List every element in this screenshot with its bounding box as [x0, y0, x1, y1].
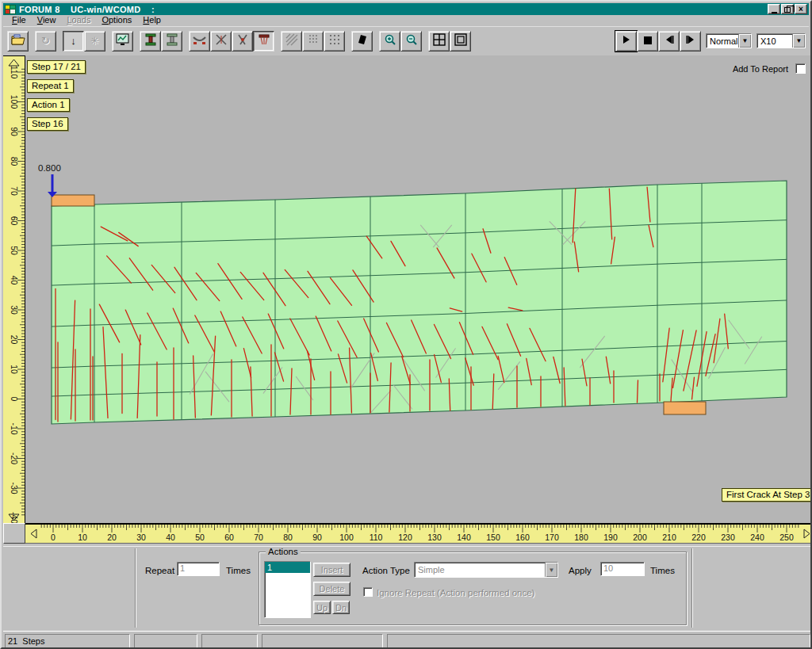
step-label: Action 1 — [27, 98, 70, 112]
status-cell — [387, 634, 810, 648]
actions-group-title: Actions — [266, 547, 301, 556]
restore-icon — [784, 7, 791, 13]
add-to-report: Add To Report — [733, 63, 806, 74]
apply-input: 10 — [600, 562, 645, 576]
svg-text:90: 90 — [312, 533, 322, 542]
minimize-icon — [772, 12, 777, 13]
solid-quad-icon — [356, 33, 369, 48]
status-steps: 21 Steps — [5, 634, 130, 648]
step-back-button[interactable] — [658, 31, 680, 52]
hatch-dots-icon — [328, 33, 341, 48]
strain-view-button[interactable] — [161, 31, 182, 52]
fit-window-icon — [454, 33, 467, 48]
svg-text:30: 30 — [136, 533, 146, 542]
hatch-vertical-icon — [307, 33, 320, 48]
crack-open-icon — [215, 33, 228, 48]
tile-windows-button[interactable] — [428, 31, 450, 52]
svg-text:50: 50 — [10, 246, 19, 255]
fill-element-button[interactable] — [351, 31, 373, 52]
svg-text:-20: -20 — [10, 452, 19, 464]
apply-label: Apply — [569, 566, 592, 575]
crack-pattern-icon — [258, 33, 270, 48]
burst-icon: ✳ — [90, 36, 99, 46]
svg-text:30: 30 — [10, 305, 19, 315]
fit-window-button[interactable] — [450, 31, 471, 52]
deformed-beam-icon — [193, 33, 206, 48]
down-arrow-icon: ↓ — [71, 36, 76, 46]
folder-open-icon — [11, 34, 25, 48]
ibeam-red-icon — [144, 33, 157, 48]
svg-text:0: 0 — [51, 533, 56, 542]
crack-pattern-button[interactable] — [253, 31, 274, 52]
svg-text:10: 10 — [10, 365, 19, 374]
hatch-vertical-button[interactable] — [302, 31, 324, 52]
crack-open-button[interactable] — [210, 31, 232, 52]
ibeam-gray-icon — [166, 33, 178, 48]
menu-options[interactable]: Options — [96, 15, 137, 25]
display-mode-combo[interactable]: Normal ▼ — [706, 33, 752, 48]
svg-text:160: 160 — [515, 533, 530, 542]
ruler-corner — [3, 523, 25, 544]
minimize-button[interactable] — [768, 4, 780, 14]
svg-text:110: 110 — [370, 533, 383, 542]
svg-text:60: 60 — [224, 533, 234, 542]
load-panel: Repeat 1 Times Actions 1 Insert Delete U… — [3, 546, 812, 629]
drawing-canvas: 0.800 Step 17 / 21Repeat 1Action 1Step 1… — [25, 55, 812, 523]
magnification-combo[interactable]: X10 ▼ — [756, 33, 806, 48]
svg-text:20: 20 — [10, 335, 19, 345]
open-file-button[interactable] — [7, 31, 29, 52]
svg-text:250: 250 — [779, 533, 794, 542]
deformed-shape-button[interactable] — [189, 31, 210, 52]
action-type-label: Action Type — [362, 566, 410, 575]
crack-close-button[interactable] — [232, 31, 253, 52]
action-type-value: Simple — [415, 565, 545, 575]
menu-file[interactable]: File — [6, 15, 32, 25]
svg-text:240: 240 — [750, 533, 764, 542]
app-icon — [5, 5, 16, 14]
close-button[interactable]: × — [795, 4, 807, 14]
svg-text:20: 20 — [107, 533, 117, 542]
step-label: Step 16 — [27, 117, 68, 131]
zoom-in-button[interactable] — [379, 31, 400, 52]
hatch-dots-button[interactable] — [324, 31, 345, 52]
svg-text:200: 200 — [633, 533, 647, 542]
chevron-down-icon[interactable]: ▼ — [738, 34, 751, 48]
apply-times-label: Times — [650, 566, 675, 575]
step-forward-icon — [686, 35, 695, 47]
app-window: FORUM 8 UC-win/WCOMD : × File View Loads… — [0, 0, 812, 649]
step-forward-button[interactable] — [680, 31, 701, 52]
svg-text:50: 50 — [195, 533, 205, 542]
close-icon: × — [799, 5, 803, 13]
load-value-label: 0.800 — [38, 163, 61, 173]
actions-listbox[interactable]: 1 — [264, 561, 311, 618]
crack-close-icon — [236, 33, 249, 48]
chevron-down-icon: ▼ — [545, 563, 557, 577]
actions-group: Actions 1 Insert Delete Up Dn Action Typ… — [259, 552, 687, 625]
zoom-out-button[interactable] — [400, 31, 422, 52]
svg-text:0: 0 — [10, 397, 19, 402]
restore-button[interactable] — [781, 4, 794, 14]
hatch-diagonal-icon — [285, 33, 298, 48]
svg-text:190: 190 — [603, 533, 618, 542]
panel-separator — [691, 548, 693, 628]
stop-button[interactable] — [637, 31, 658, 52]
hatch-diagonal-button[interactable] — [281, 31, 302, 52]
dn-button: Dn — [332, 601, 350, 614]
svg-text:-10: -10 — [10, 422, 19, 434]
svg-text:210: 210 — [662, 533, 676, 542]
apply-load-button[interactable]: ↓ — [63, 31, 84, 52]
stress-view-button[interactable] — [140, 31, 161, 52]
menu-help[interactable]: Help — [137, 15, 167, 25]
menu-view[interactable]: View — [32, 15, 62, 25]
results-monitor-button[interactable] — [112, 31, 133, 52]
actions-list-item[interactable]: 1 — [265, 562, 310, 573]
svg-text:220: 220 — [691, 533, 706, 542]
step-label-stack: Step 17 / 21Repeat 1Action 1Step 16 — [27, 60, 86, 131]
play-button[interactable] — [615, 31, 637, 52]
svg-text:170: 170 — [545, 533, 559, 542]
menubar: File View Loads Options Help — [3, 15, 809, 25]
status-cell — [134, 634, 197, 648]
add-to-report-checkbox[interactable] — [795, 63, 806, 74]
workspace: 1101009080706050403020100-10-20-30-40 01… — [3, 55, 812, 544]
chevron-down-icon[interactable]: ▼ — [792, 34, 805, 48]
